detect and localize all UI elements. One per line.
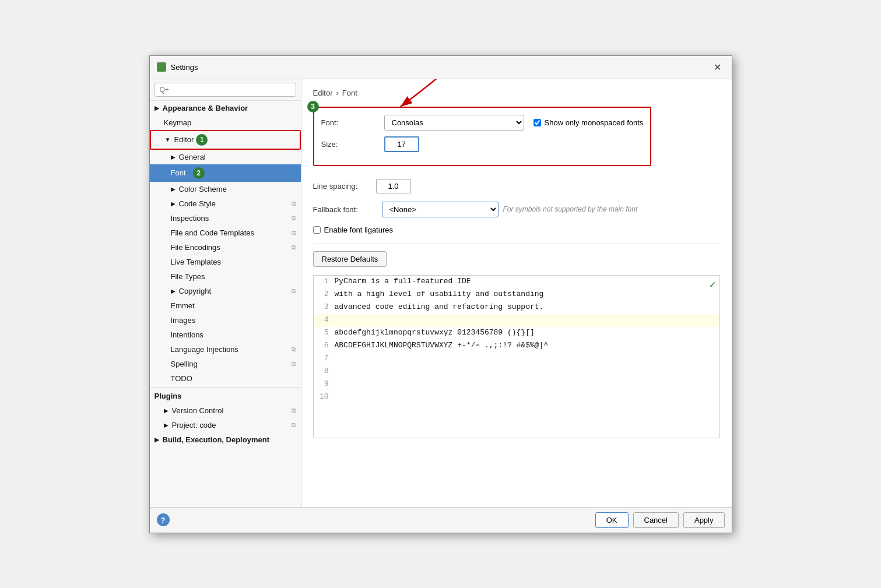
line-content: advanced code editing and refactoring su…	[335, 301, 544, 314]
sidebar-item-label: Plugins	[155, 392, 182, 400]
sidebar-item-todo[interactable]: TODO	[150, 371, 301, 386]
line-spacing-label: Line spacing:	[313, 182, 371, 191]
line-content: abcdefghijklmnopqrstuvwxyz 0123456789 ()…	[335, 327, 535, 340]
chevron-right-icon: ▶	[171, 288, 176, 294]
main-content: Editor › Font Font: Consolas Show onl	[301, 79, 732, 507]
title-bar-left: Settings	[157, 62, 198, 72]
ok-button[interactable]: OK	[595, 512, 629, 528]
sidebar: ▶ Appearance & Behavior Keymap ▼ Editor …	[150, 79, 301, 507]
sidebar-item-file-code-templates[interactable]: File and Code Templates ⧉	[150, 226, 301, 240]
line-number: 10	[314, 391, 335, 404]
close-button[interactable]: ✕	[710, 61, 725, 74]
monospaced-checkbox-row: Show only monospaced fonts	[533, 118, 644, 127]
copy-icon: ⧉	[292, 287, 296, 295]
sidebar-item-label: Inspections	[171, 214, 209, 223]
search-box	[150, 79, 301, 101]
copy-icon: ⧉	[292, 346, 296, 353]
sidebar-item-color-scheme[interactable]: ▶ Color Scheme	[150, 182, 301, 196]
preview-line-1: 1 PyCharm is a full-featured IDE	[314, 276, 719, 288]
sidebar-item-build[interactable]: ▶ Build, Execution, Deployment	[150, 432, 301, 447]
sidebar-item-file-encodings[interactable]: File Encodings ⧉	[150, 240, 301, 255]
size-input[interactable]: 17	[384, 136, 419, 152]
copy-icon: ⧉	[292, 360, 296, 368]
line-spacing-row: Line spacing:	[313, 179, 720, 193]
copy-icon: ⧉	[292, 244, 296, 251]
sidebar-item-general[interactable]: ▶ General	[150, 150, 301, 164]
line-number: 8	[314, 365, 335, 378]
sidebar-item-font[interactable]: Font 2	[150, 164, 301, 182]
font-select[interactable]: Consolas	[384, 115, 524, 131]
sidebar-item-spelling[interactable]: Spelling ⧉	[150, 357, 301, 371]
search-input[interactable]	[155, 83, 296, 97]
sidebar-item-emmet[interactable]: Emmet	[150, 298, 301, 313]
restore-defaults-button[interactable]: Restore Defaults	[313, 251, 387, 267]
monospaced-label: Show only monospaced fonts	[545, 118, 644, 127]
sidebar-item-label: Color Scheme	[179, 185, 227, 193]
fallback-font-label: Fallback font:	[313, 205, 377, 214]
app-icon	[157, 62, 166, 72]
sidebar-item-label: Emmet	[171, 301, 195, 310]
help-button[interactable]: ?	[157, 513, 170, 526]
size-label: Size:	[321, 140, 380, 149]
sidebar-item-label: Spelling	[171, 360, 198, 368]
line-spacing-input[interactable]	[376, 179, 411, 193]
line-content: with a high level of usability and outst…	[335, 288, 544, 301]
fallback-font-select[interactable]: <None>	[382, 202, 499, 217]
preview-line-4: 4	[314, 314, 719, 327]
copy-icon: ⧉	[292, 407, 296, 414]
sidebar-item-label: File Types	[171, 272, 205, 281]
sidebar-item-code-style[interactable]: ▶ Code Style ⧉	[150, 196, 301, 211]
sidebar-item-project[interactable]: ▶ Project: code ⧉	[150, 418, 301, 432]
chevron-right-icon: ▶	[155, 436, 159, 443]
sidebar-item-label: TODO	[171, 374, 192, 383]
sidebar-item-plugins[interactable]: Plugins	[150, 389, 301, 403]
badge-3: 3	[307, 101, 319, 112]
breadcrumb: Editor › Font	[313, 89, 720, 97]
preview-line-5: 5 abcdefghijklmnopqrstuvwxyz 0123456789 …	[314, 327, 719, 340]
dialog-title: Settings	[171, 63, 198, 72]
chevron-right-icon: ▶	[171, 186, 176, 192]
font-label: Font:	[321, 118, 380, 127]
chevron-right-icon: ▶	[164, 422, 169, 428]
sidebar-item-images[interactable]: Images	[150, 313, 301, 328]
ligatures-row: Enable font ligatures	[313, 226, 720, 234]
sidebar-item-label: Keymap	[164, 118, 192, 127]
sidebar-item-version-control[interactable]: ▶ Version Control ⧉	[150, 403, 301, 418]
sidebar-item-editor[interactable]: ▼ Editor 1	[150, 130, 301, 150]
preview-line-7: 7	[314, 353, 719, 365]
line-number: 5	[314, 327, 335, 340]
cancel-button[interactable]: Cancel	[633, 512, 679, 528]
preview-area: ✓ 1 PyCharm is a full-featured IDE 2 wit…	[313, 275, 720, 438]
sidebar-item-lang-injections[interactable]: Language Injections ⧉	[150, 342, 301, 357]
sidebar-item-intentions[interactable]: Intentions	[150, 328, 301, 342]
apply-button[interactable]: Apply	[683, 512, 725, 528]
sidebar-item-label: Editor	[174, 135, 194, 144]
sidebar-item-appearance[interactable]: ▶ Appearance & Behavior	[150, 101, 301, 115]
sidebar-item-copyright[interactable]: ▶ Copyright ⧉	[150, 284, 301, 298]
breadcrumb-part1: Editor	[313, 89, 333, 97]
ligatures-checkbox[interactable]	[313, 226, 321, 234]
preview-line-2: 2 with a high level of usability and out…	[314, 288, 719, 301]
line-number: 4	[314, 314, 335, 327]
fallback-font-hint: For symbols not supported by the main fo…	[503, 205, 638, 213]
sidebar-item-inspections[interactable]: Inspections ⧉	[150, 211, 301, 226]
sidebar-item-label: Live Templates	[171, 258, 221, 266]
sidebar-item-label: Appearance & Behavior	[163, 104, 248, 112]
line-number: 7	[314, 353, 335, 365]
sidebar-item-live-templates[interactable]: Live Templates	[150, 255, 301, 269]
sidebar-item-label: Project: code	[172, 421, 216, 429]
sidebar-item-label: Images	[171, 316, 196, 325]
chevron-down-icon: ▼	[165, 136, 171, 143]
monospaced-checkbox[interactable]	[533, 119, 541, 126]
title-bar: Settings ✕	[150, 56, 732, 79]
sidebar-item-file-types[interactable]: File Types	[150, 269, 301, 284]
copy-icon: ⧉	[292, 229, 296, 237]
badge-2: 2	[193, 167, 205, 179]
sidebar-item-keymap[interactable]: Keymap	[150, 115, 301, 130]
preview-line-6: 6 ABCDEFGHIJKLMNOPQRSTUVWXYZ +-*/= .,;:!…	[314, 340, 719, 353]
sidebar-item-label: File and Code Templates	[171, 228, 255, 237]
chevron-right-icon: ▶	[155, 105, 159, 111]
sidebar-item-label: File Encodings	[171, 243, 220, 252]
preview-line-9: 9	[314, 378, 719, 391]
line-number: 9	[314, 378, 335, 391]
